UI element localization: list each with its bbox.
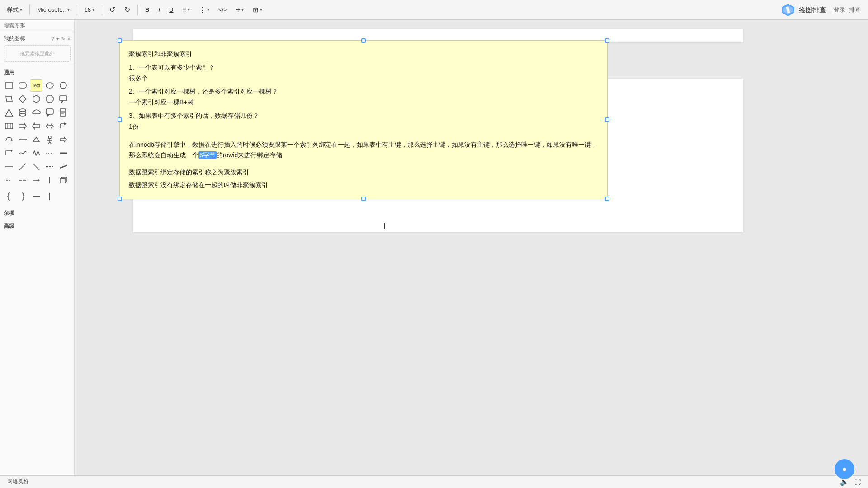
underline-button[interactable]: U — [166, 5, 176, 15]
shape-parallelogram[interactable] — [3, 93, 15, 105]
shape-curved-arrow[interactable] — [3, 133, 15, 146]
note-line7: 1份 — [129, 122, 598, 132]
close-icon[interactable]: × — [67, 36, 71, 42]
shape-slash[interactable] — [30, 160, 42, 173]
handle-top-middle[interactable] — [361, 38, 366, 43]
shape-diag-line[interactable] — [16, 160, 29, 173]
bold-button[interactable]: B — [142, 5, 152, 15]
handle-middle-right[interactable] — [605, 117, 609, 122]
shape-dash-end[interactable] — [30, 174, 42, 187]
table-icon: ⊞ — [253, 6, 259, 14]
shape-dash-short[interactable] — [3, 174, 15, 187]
add-icon[interactable]: + — [56, 36, 59, 42]
svg-marker-32 — [64, 122, 67, 125]
shape-dash[interactable] — [43, 160, 56, 173]
canvas-area[interactable]: 聚簇索引和非聚簇索引 1、一个表可以有多少个索引？ 很多个 2、一个索引对应一棵… — [76, 20, 868, 475]
shape-line[interactable] — [3, 160, 15, 173]
svg-rect-56 — [61, 178, 65, 183]
shape-half-arrow[interactable] — [30, 133, 42, 146]
note-para2: 数据跟索引绑定存储的索引称之为聚簇索引 — [129, 167, 598, 178]
shape-diamond[interactable] — [16, 93, 29, 105]
font-dropdown[interactable]: Microsoft... ▾ — [34, 5, 73, 15]
shape-ellipse[interactable] — [43, 79, 56, 92]
shape-triangle[interactable] — [3, 106, 15, 119]
redo-icon: ↻ — [124, 5, 130, 14]
font-size-dropdown[interactable]: 18 ▾ — [81, 5, 98, 15]
note-box[interactable]: 聚簇索引和非聚簇索引 1、一个表可以有多少个索引？ 很多个 2、一个索引对应一棵… — [119, 40, 608, 199]
svg-marker-12 — [46, 95, 53, 103]
shape-callout[interactable] — [57, 93, 70, 105]
shape-wave[interactable] — [16, 147, 29, 160]
undo-button[interactable]: ↺ — [106, 4, 118, 16]
handle-middle-left[interactable] — [118, 117, 122, 122]
shape-d-arrow[interactable] — [57, 133, 70, 146]
app-name-label: 绘图排查 — [799, 6, 826, 14]
shape-minus[interactable] — [57, 160, 70, 173]
general-label: 通用 — [2, 67, 72, 78]
handle-top-left[interactable] — [118, 38, 122, 43]
shape-cloud[interactable] — [30, 106, 42, 119]
shape-v-line[interactable] — [43, 190, 56, 203]
shape-hexagon[interactable] — [30, 93, 42, 105]
svg-marker-42 — [60, 137, 66, 142]
help-icon[interactable]: ? — [51, 36, 54, 42]
shape-cylinder[interactable] — [16, 106, 29, 119]
shape-bidirectional[interactable] — [16, 133, 29, 146]
bottom-bar: 网络良好 🔈 ⛶ — [0, 475, 868, 488]
svg-line-41 — [50, 142, 51, 144]
note-line4: 2、一个索引对应一棵树，还是多个索引对应一棵树？ — [129, 86, 598, 97]
fullscreen-icon[interactable]: ⛶ — [854, 479, 861, 486]
shape-text[interactable]: Text — [30, 79, 42, 92]
italic-button[interactable]: I — [155, 5, 163, 15]
svg-marker-43 — [11, 150, 13, 152]
drop-target[interactable]: 拖元素拖至此外 — [4, 45, 71, 62]
shape-arrow-left[interactable] — [30, 120, 42, 132]
handle-bottom-right[interactable] — [605, 197, 609, 201]
floating-action-button[interactable]: ● — [835, 459, 854, 479]
shape-person[interactable] — [43, 133, 56, 146]
svg-rect-5 — [5, 83, 13, 88]
table-button[interactable]: ⊞ ▾ — [250, 4, 265, 16]
style-dropdown[interactable]: 样式 ▾ — [4, 4, 25, 16]
shape-bent-arrow[interactable] — [57, 120, 70, 132]
shape-circle[interactable] — [57, 79, 70, 92]
shape-vertical-bar[interactable] — [43, 174, 56, 187]
shape-right-brace[interactable] — [16, 190, 29, 203]
shape-angle-arrow[interactable] — [3, 147, 15, 160]
my-icons-section: 我的图标 ? + ✎ × 拖元素拖至此外 — [0, 32, 74, 65]
shape-double-arrow[interactable] — [43, 120, 56, 132]
shape-h-line[interactable] — [30, 190, 42, 203]
code-button[interactable]: </> — [215, 5, 230, 15]
align-button[interactable]: ≡ ▾ — [179, 4, 193, 15]
shape-document[interactable] — [57, 106, 70, 119]
svg-marker-35 — [19, 138, 19, 141]
shape-arrow-right[interactable] — [16, 120, 29, 132]
shape-process[interactable] — [3, 120, 15, 132]
advanced-label: 高级 — [0, 219, 74, 232]
svg-point-8 — [60, 82, 66, 89]
edit-icon[interactable]: ✎ — [61, 36, 66, 42]
search-input[interactable] — [4, 23, 71, 29]
handle-bottom-left[interactable] — [118, 197, 122, 201]
note-highlight: 6字节 — [198, 151, 217, 159]
logo-area: 绘图排查 登录 排查 — [781, 3, 861, 17]
redo-button[interactable]: ↻ — [121, 4, 133, 16]
shape-zigzag[interactable] — [30, 147, 42, 160]
shape-dotted-line[interactable] — [43, 147, 56, 160]
shape-dash-dash[interactable] — [16, 174, 29, 187]
handle-bottom-middle[interactable] — [361, 197, 366, 201]
note-line5: 一个索引对应一棵B+树 — [129, 97, 598, 108]
separator-1 — [29, 5, 30, 15]
handle-top-right[interactable] — [605, 38, 609, 43]
shape-left-brace[interactable] — [3, 190, 15, 203]
shape-rounded-rect[interactable] — [16, 79, 29, 92]
insert-button[interactable]: + ▾ — [233, 4, 247, 16]
shape-rectangle[interactable] — [3, 79, 15, 92]
shape-octagon[interactable] — [43, 93, 56, 105]
shape-speech-bubble[interactable] — [43, 106, 56, 119]
svg-marker-11 — [33, 95, 39, 103]
shape-3d-box[interactable] — [57, 174, 70, 187]
network-status-label: 网络良好 — [7, 478, 29, 486]
shape-thick-line[interactable] — [57, 147, 70, 160]
list-button[interactable]: ⋮ ▾ — [196, 4, 212, 16]
